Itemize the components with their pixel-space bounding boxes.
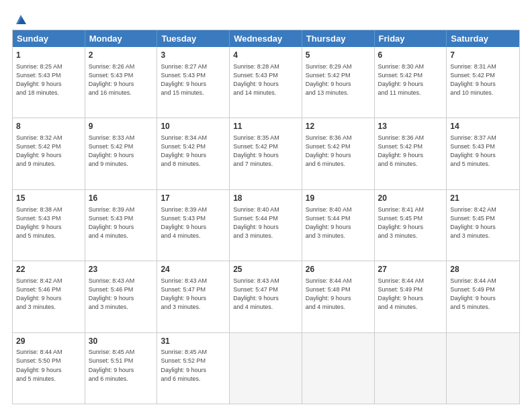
cell-info: Sunrise: 8:25 AM Sunset: 5:43 PM Dayligh… [16, 62, 81, 97]
day-cell-21: 21Sunrise: 8:42 AM Sunset: 5:45 PM Dayli… [447, 190, 519, 261]
calendar-row-4: 22Sunrise: 8:42 AM Sunset: 5:46 PM Dayli… [13, 261, 519, 332]
header-day-sunday: Sunday [13, 30, 85, 47]
day-cell-6: 6Sunrise: 8:30 AM Sunset: 5:42 PM Daylig… [375, 47, 447, 118]
day-cell-17: 17Sunrise: 8:39 AM Sunset: 5:43 PM Dayli… [157, 190, 230, 261]
header-day-tuesday: Tuesday [157, 30, 230, 47]
day-number: 21 [450, 193, 516, 204]
day-number: 17 [161, 193, 226, 204]
day-number: 14 [450, 121, 516, 132]
cell-info: Sunrise: 8:26 AM Sunset: 5:43 PM Dayligh… [89, 62, 154, 97]
cell-info: Sunrise: 8:38 AM Sunset: 5:43 PM Dayligh… [16, 205, 81, 240]
day-number: 4 [233, 50, 298, 61]
cell-info: Sunrise: 8:45 AM Sunset: 5:51 PM Dayligh… [89, 348, 154, 383]
day-cell-30: 30Sunrise: 8:45 AM Sunset: 5:51 PM Dayli… [85, 333, 158, 404]
day-number: 11 [233, 121, 298, 132]
day-number: 15 [16, 193, 81, 204]
logo [12, 12, 28, 24]
day-cell-15: 15Sunrise: 8:38 AM Sunset: 5:43 PM Dayli… [13, 190, 85, 261]
calendar-header: SundayMondayTuesdayWednesdayThursdayFrid… [13, 30, 519, 47]
day-cell-7: 7Sunrise: 8:31 AM Sunset: 5:42 PM Daylig… [447, 47, 519, 118]
day-number: 19 [306, 193, 371, 204]
empty-cell [302, 333, 375, 404]
day-cell-13: 13Sunrise: 8:36 AM Sunset: 5:42 PM Dayli… [375, 118, 447, 189]
logo-icon [13, 12, 28, 27]
day-cell-24: 24Sunrise: 8:43 AM Sunset: 5:47 PM Dayli… [157, 261, 230, 332]
day-number: 22 [16, 264, 81, 275]
day-number: 2 [89, 50, 154, 61]
day-cell-11: 11Sunrise: 8:35 AM Sunset: 5:42 PM Dayli… [230, 118, 302, 189]
cell-info: Sunrise: 8:39 AM Sunset: 5:43 PM Dayligh… [89, 205, 154, 240]
day-number: 1 [16, 50, 81, 61]
header-day-wednesday: Wednesday [230, 30, 302, 47]
calendar-row-1: 1Sunrise: 8:25 AM Sunset: 5:43 PM Daylig… [13, 47, 519, 118]
cell-info: Sunrise: 8:34 AM Sunset: 5:42 PM Dayligh… [161, 134, 226, 169]
day-number: 31 [161, 336, 226, 347]
day-number: 12 [306, 121, 371, 132]
header-day-monday: Monday [85, 30, 158, 47]
day-cell-26: 26Sunrise: 8:44 AM Sunset: 5:48 PM Dayli… [302, 261, 375, 332]
empty-cell [375, 333, 447, 404]
day-number: 28 [450, 264, 516, 275]
day-cell-9: 9Sunrise: 8:33 AM Sunset: 5:42 PM Daylig… [85, 118, 158, 189]
day-cell-5: 5Sunrise: 8:29 AM Sunset: 5:42 PM Daylig… [302, 47, 375, 118]
day-cell-3: 3Sunrise: 8:27 AM Sunset: 5:43 PM Daylig… [157, 47, 230, 118]
cell-info: Sunrise: 8:44 AM Sunset: 5:49 PM Dayligh… [450, 277, 516, 312]
cell-info: Sunrise: 8:43 AM Sunset: 5:46 PM Dayligh… [89, 277, 154, 312]
day-cell-18: 18Sunrise: 8:40 AM Sunset: 5:44 PM Dayli… [230, 190, 302, 261]
cell-info: Sunrise: 8:39 AM Sunset: 5:43 PM Dayligh… [161, 205, 226, 240]
day-number: 20 [378, 193, 443, 204]
header [12, 12, 520, 24]
calendar-row-3: 15Sunrise: 8:38 AM Sunset: 5:43 PM Dayli… [13, 189, 519, 261]
calendar-body: 1Sunrise: 8:25 AM Sunset: 5:43 PM Daylig… [13, 47, 519, 404]
cell-info: Sunrise: 8:30 AM Sunset: 5:42 PM Dayligh… [378, 62, 443, 97]
day-cell-14: 14Sunrise: 8:37 AM Sunset: 5:43 PM Dayli… [447, 118, 519, 189]
cell-info: Sunrise: 8:41 AM Sunset: 5:45 PM Dayligh… [378, 205, 443, 240]
cell-info: Sunrise: 8:27 AM Sunset: 5:43 PM Dayligh… [161, 62, 226, 97]
day-number: 26 [306, 264, 371, 275]
day-cell-27: 27Sunrise: 8:44 AM Sunset: 5:49 PM Dayli… [375, 261, 447, 332]
cell-info: Sunrise: 8:28 AM Sunset: 5:43 PM Dayligh… [233, 62, 298, 97]
day-number: 29 [16, 336, 81, 347]
day-number: 9 [89, 121, 154, 132]
day-cell-22: 22Sunrise: 8:42 AM Sunset: 5:46 PM Dayli… [13, 261, 85, 332]
day-number: 16 [89, 193, 154, 204]
cell-info: Sunrise: 8:43 AM Sunset: 5:47 PM Dayligh… [233, 277, 298, 312]
header-day-saturday: Saturday [447, 30, 519, 47]
day-cell-23: 23Sunrise: 8:43 AM Sunset: 5:46 PM Dayli… [85, 261, 158, 332]
header-day-friday: Friday [375, 30, 447, 47]
day-cell-10: 10Sunrise: 8:34 AM Sunset: 5:42 PM Dayli… [157, 118, 230, 189]
day-cell-12: 12Sunrise: 8:36 AM Sunset: 5:42 PM Dayli… [302, 118, 375, 189]
calendar: SundayMondayTuesdayWednesdayThursdayFrid… [12, 30, 520, 404]
cell-info: Sunrise: 8:40 AM Sunset: 5:44 PM Dayligh… [233, 205, 298, 240]
day-number: 7 [450, 50, 516, 61]
day-cell-2: 2Sunrise: 8:26 AM Sunset: 5:43 PM Daylig… [85, 47, 158, 118]
day-number: 25 [233, 264, 298, 275]
day-number: 10 [161, 121, 226, 132]
cell-info: Sunrise: 8:45 AM Sunset: 5:52 PM Dayligh… [161, 348, 226, 383]
day-number: 8 [16, 121, 81, 132]
day-number: 5 [306, 50, 371, 61]
day-cell-25: 25Sunrise: 8:43 AM Sunset: 5:47 PM Dayli… [230, 261, 302, 332]
cell-info: Sunrise: 8:44 AM Sunset: 5:49 PM Dayligh… [378, 277, 443, 312]
header-day-thursday: Thursday [302, 30, 375, 47]
day-cell-4: 4Sunrise: 8:28 AM Sunset: 5:43 PM Daylig… [230, 47, 302, 118]
day-cell-8: 8Sunrise: 8:32 AM Sunset: 5:42 PM Daylig… [13, 118, 85, 189]
page: SundayMondayTuesdayWednesdayThursdayFrid… [0, 0, 532, 411]
cell-info: Sunrise: 8:42 AM Sunset: 5:46 PM Dayligh… [16, 277, 81, 312]
calendar-row-5: 29Sunrise: 8:44 AM Sunset: 5:50 PM Dayli… [13, 332, 519, 404]
cell-info: Sunrise: 8:44 AM Sunset: 5:50 PM Dayligh… [16, 348, 81, 383]
day-cell-1: 1Sunrise: 8:25 AM Sunset: 5:43 PM Daylig… [13, 47, 85, 118]
day-cell-29: 29Sunrise: 8:44 AM Sunset: 5:50 PM Dayli… [13, 333, 85, 404]
cell-info: Sunrise: 8:43 AM Sunset: 5:47 PM Dayligh… [161, 277, 226, 312]
day-number: 18 [233, 193, 298, 204]
cell-info: Sunrise: 8:36 AM Sunset: 5:42 PM Dayligh… [378, 134, 443, 169]
cell-info: Sunrise: 8:37 AM Sunset: 5:43 PM Dayligh… [450, 134, 516, 169]
day-number: 13 [378, 121, 443, 132]
day-number: 3 [161, 50, 226, 61]
cell-info: Sunrise: 8:40 AM Sunset: 5:44 PM Dayligh… [306, 205, 371, 240]
cell-info: Sunrise: 8:42 AM Sunset: 5:45 PM Dayligh… [450, 205, 516, 240]
cell-info: Sunrise: 8:44 AM Sunset: 5:48 PM Dayligh… [306, 277, 371, 312]
cell-info: Sunrise: 8:32 AM Sunset: 5:42 PM Dayligh… [16, 134, 81, 169]
empty-cell [230, 333, 302, 404]
day-number: 23 [89, 264, 154, 275]
